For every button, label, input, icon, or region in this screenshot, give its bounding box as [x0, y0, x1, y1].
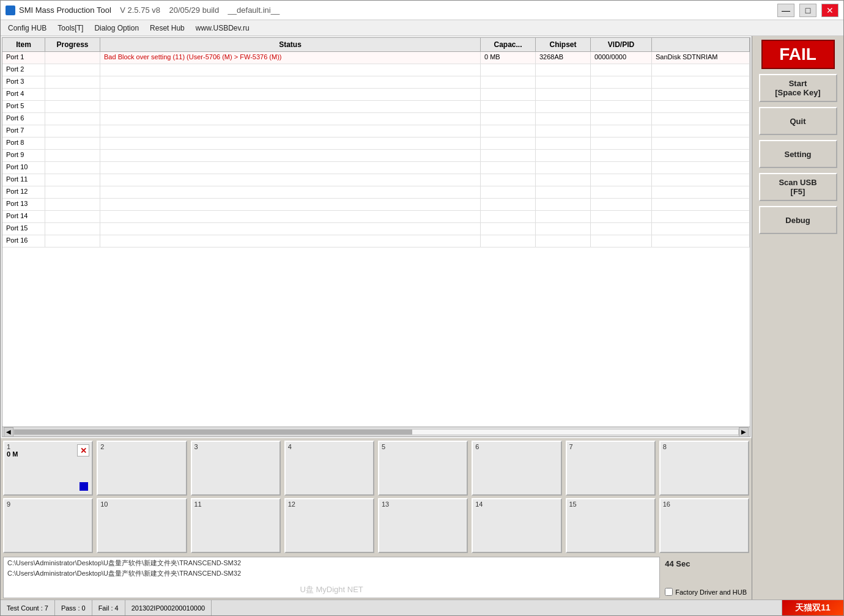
table-cell-5 [591, 125, 652, 137]
table-cell-4: 3268AB [536, 52, 591, 64]
table-cell-2 [100, 186, 481, 198]
port-card-1[interactable]: 10 M✕ [3, 441, 93, 496]
table-cell-4 [536, 211, 591, 222]
menu-dialog-option[interactable]: Dialog Option [89, 23, 144, 34]
scroll-right-btn[interactable]: ▶ [739, 427, 749, 437]
table-cell-0: Port 10 [2, 162, 45, 174]
port-card-4[interactable]: 4 [284, 441, 374, 496]
port-card-16[interactable]: 16 [659, 498, 749, 553]
window-build: 20/05/29 build [169, 6, 219, 15]
path-line-2: C:\Users\Administrator\Desktop\U盘量产软件\新建… [7, 569, 656, 578]
debug-button[interactable]: Debug [759, 206, 837, 234]
table-cell-3 [481, 211, 536, 222]
table-cell-5 [591, 138, 652, 149]
setting-button[interactable]: Setting [759, 140, 837, 168]
port-table: Item Progress Status Capac... Chipset VI… [2, 37, 750, 437]
table-row: Port 5 [2, 101, 750, 113]
table-cell-3 [481, 89, 536, 100]
table-cell-1 [45, 223, 100, 235]
table-cell-1 [45, 138, 100, 149]
close-button[interactable]: ✕ [821, 4, 838, 17]
port-card-8[interactable]: 8 [659, 441, 749, 496]
table-cell-6 [652, 138, 750, 149]
table-cell-6 [652, 150, 750, 161]
table-cell-3: 0 MB [481, 52, 536, 64]
table-cell-6 [652, 174, 750, 186]
path-display: C:\Users\Administrator\Desktop\U盘量产软件\新建… [3, 557, 660, 598]
port-card-15[interactable]: 15 [566, 498, 656, 553]
start-button[interactable]: Start[Space Key] [759, 74, 837, 102]
table-cell-2 [100, 235, 481, 247]
table-row: Port 13 [2, 199, 750, 211]
port-card-11[interactable]: 11 [191, 498, 281, 553]
factory-checkbox-row: Factory Driver and HUB [665, 588, 747, 596]
table-row: Port 8 [2, 138, 750, 150]
port-card-13[interactable]: 13 [378, 498, 468, 553]
port-card-9[interactable]: 9 [3, 498, 93, 553]
menu-usbdev[interactable]: www.USBDev.ru [191, 23, 254, 34]
port-card-5[interactable]: 5 [378, 441, 468, 496]
maximize-button[interactable]: □ [799, 4, 816, 17]
table-cell-6: SanDisk SDTNRIAM [652, 52, 750, 64]
port-card-10[interactable]: 10 [97, 498, 187, 553]
advert-box: 天猫双11 [782, 600, 843, 615]
quit-button[interactable]: Quit [759, 107, 837, 135]
bottom-right: 44 Sec Factory Driver and HUB [662, 557, 749, 598]
table-cell-5 [591, 113, 652, 125]
table-cell-2: Bad Block over setting (11) (User-5706 (… [100, 52, 481, 64]
table-cell-2 [100, 199, 481, 210]
table-cell-4 [536, 174, 591, 186]
table-cell-2 [100, 211, 481, 222]
port-num-8: 8 [663, 443, 667, 450]
table-cell-0: Port 7 [2, 125, 45, 137]
port-card-6[interactable]: 6 [472, 441, 561, 496]
port-card-7[interactable]: 7 [566, 441, 656, 496]
app-title: SMI Mass Production Tool V 2.5.75 v8 20/… [19, 6, 777, 15]
window-title-text: SMI Mass Production Tool [19, 6, 111, 15]
minimize-button[interactable]: — [777, 4, 794, 17]
horizontal-scrollbar[interactable]: ◀ ▶ [2, 427, 750, 436]
table-row: Port 4 [2, 89, 750, 101]
menu-reset-hub[interactable]: Reset Hub [145, 23, 190, 34]
table-cell-0: Port 1 [2, 52, 45, 64]
table-cell-4 [536, 113, 591, 125]
fail-badge: FAIL [761, 40, 835, 69]
table-cell-6 [652, 101, 750, 112]
timer-display: 44 Sec [665, 559, 747, 568]
table-cell-4 [536, 101, 591, 112]
port-card-3[interactable]: 3 [191, 441, 281, 496]
table-cell-3 [481, 162, 536, 174]
port-row-1: 10 M✕2345678 [3, 441, 749, 496]
table-cell-4 [536, 138, 591, 149]
scroll-left-btn[interactable]: ◀ [4, 427, 13, 437]
table-row: Port 7 [2, 125, 750, 138]
table-cell-0: Port 11 [2, 174, 45, 186]
port-row-2: 910111213141516 [3, 498, 749, 553]
menu-config-hub[interactable]: Config HUB [3, 23, 51, 34]
scroll-track[interactable] [13, 429, 739, 435]
factory-checkbox[interactable] [665, 588, 673, 596]
port-num-4: 4 [288, 443, 292, 450]
table-body: Port 1Bad Block over setting (11) (User-… [2, 52, 750, 427]
table-cell-1 [45, 174, 100, 186]
scan-usb-button[interactable]: Scan USB[F5] [759, 173, 837, 201]
right-panel: FAIL Start[Space Key] Quit Setting Scan … [752, 36, 843, 600]
port-card-2[interactable]: 2 [97, 441, 187, 496]
port-card-14[interactable]: 14 [472, 498, 561, 553]
port-num-3: 3 [194, 443, 198, 450]
table-cell-0: Port 6 [2, 113, 45, 125]
table-cell-5 [591, 89, 652, 100]
table-header: Item Progress Status Capac... Chipset VI… [2, 38, 750, 52]
table-cell-4 [536, 162, 591, 174]
port-num-11: 11 [194, 501, 202, 508]
table-cell-6 [652, 235, 750, 247]
table-cell-3 [481, 199, 536, 210]
port-num-13: 13 [382, 501, 389, 508]
table-cell-3 [481, 76, 536, 88]
table-cell-1 [45, 101, 100, 112]
col-progress: Progress [45, 38, 100, 51]
port-card-12[interactable]: 12 [284, 498, 374, 553]
menu-tools[interactable]: Tools[T] [53, 23, 88, 34]
scroll-thumb[interactable] [14, 430, 412, 435]
table-cell-5 [591, 174, 652, 186]
